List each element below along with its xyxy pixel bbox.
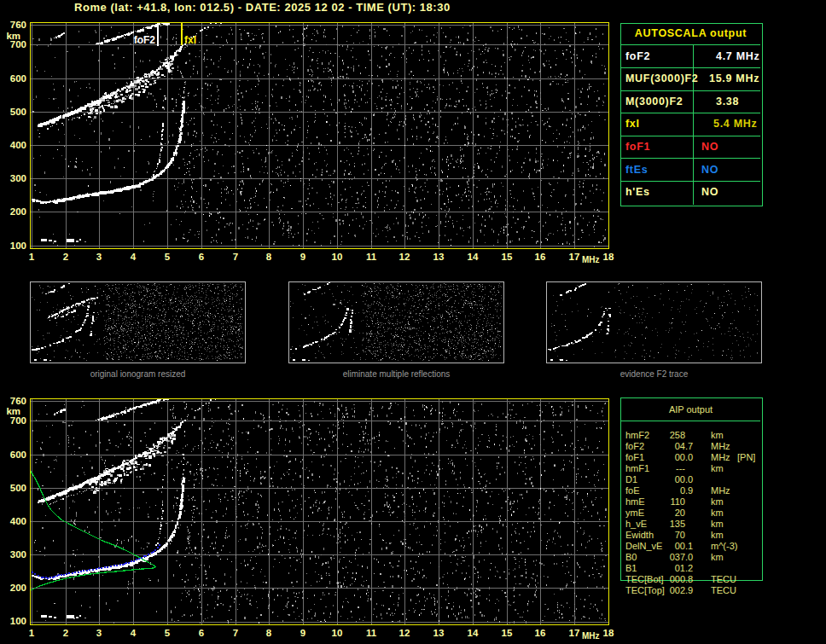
svg-text:fxI: fxI: [184, 34, 196, 46]
svg-text:foF2: foF2: [134, 34, 156, 46]
